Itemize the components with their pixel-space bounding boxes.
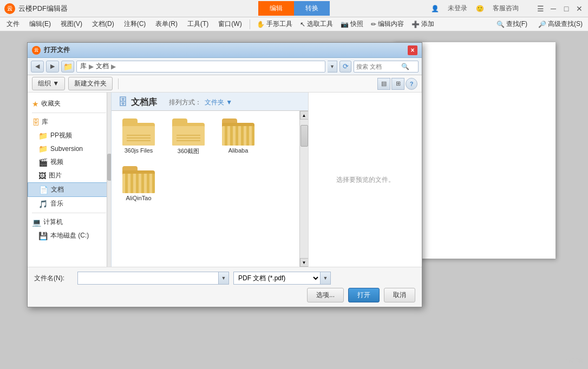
address-dropdown[interactable]: ▼ bbox=[328, 61, 337, 73]
open-button[interactable]: 打开 bbox=[348, 288, 380, 302]
filename-dropdown[interactable]: ▼ bbox=[218, 272, 229, 285]
filename-input[interactable] bbox=[77, 272, 218, 285]
service-label[interactable]: 客服咨询 bbox=[493, 4, 519, 13]
menu-form[interactable]: 表单(R) bbox=[151, 18, 182, 30]
dialog-logo: 云 bbox=[32, 46, 41, 55]
view-list-button[interactable]: ▤ bbox=[377, 78, 390, 90]
sidebar-item-local-disk[interactable]: 💾 本地磁盘 (C:) bbox=[28, 229, 110, 242]
close-button[interactable]: ✕ bbox=[575, 4, 584, 13]
video-label: 视频 bbox=[50, 157, 63, 167]
folder-icon-360js bbox=[122, 118, 155, 146]
library-icon: 🗄 bbox=[32, 118, 40, 127]
toolbar-separator bbox=[250, 19, 250, 29]
menu-icon[interactable]: ☰ bbox=[536, 4, 545, 13]
menu-window[interactable]: 窗口(W) bbox=[214, 18, 246, 30]
sidebar-item-pictures[interactable]: 🖼 图片 bbox=[28, 169, 110, 182]
file-label-360js: 360js Files bbox=[125, 147, 153, 154]
scrollbar-up-button[interactable]: ▲ bbox=[300, 111, 309, 120]
sidebar-scrollbar[interactable] bbox=[107, 93, 111, 267]
star-icon: ★ bbox=[32, 100, 39, 108]
view-icons-button[interactable]: ⊞ bbox=[391, 78, 404, 90]
path-sep-2: ▶ bbox=[111, 63, 116, 70]
search-input[interactable] bbox=[356, 63, 400, 70]
add-tool[interactable]: ➕ 添加 bbox=[408, 18, 437, 30]
file-item-360screenshot[interactable]: 360截图 bbox=[167, 116, 210, 157]
forward-button[interactable]: ▶ bbox=[46, 61, 59, 73]
app-logo: 云 bbox=[4, 3, 15, 14]
sidebar-item-documents[interactable]: 📄 文档 bbox=[28, 182, 110, 197]
maximize-button[interactable]: □ bbox=[562, 4, 571, 13]
sort-value[interactable]: 文件夹 ▼ bbox=[205, 98, 232, 107]
file-item-aliqintao[interactable]: AliQinTao bbox=[117, 164, 160, 203]
drive-icon: 💾 bbox=[38, 232, 48, 240]
menu-edit[interactable]: 编辑(E) bbox=[25, 18, 55, 30]
music-label: 音乐 bbox=[50, 199, 63, 208]
sidebar-content: ★ 收藏夹 🗄 库 📁 PP视频 bbox=[28, 93, 111, 249]
sidebar-item-video[interactable]: 🎬 视频 bbox=[28, 155, 110, 169]
tab-edit[interactable]: 编辑 bbox=[258, 1, 294, 16]
advanced-find-tool[interactable]: 🔎 高级查找(S) bbox=[535, 18, 586, 30]
files-scroll-area: 360js Files bbox=[112, 111, 308, 267]
menu-file[interactable]: 文件 bbox=[2, 18, 24, 30]
find-icon: 🔍 bbox=[496, 21, 505, 28]
sidebar-item-music[interactable]: 🎵 音乐 bbox=[28, 197, 110, 210]
user-label[interactable]: 未登录 bbox=[448, 4, 467, 13]
subversion-label: Subversion bbox=[50, 145, 83, 153]
file-scrollbar[interactable]: ▲ ▼ bbox=[299, 111, 308, 267]
view-buttons: ▤ ⊞ ? bbox=[377, 78, 417, 90]
address-path[interactable]: 库 ▶ 文档 ▶ bbox=[76, 61, 325, 73]
library-header[interactable]: 🗄 库 bbox=[28, 115, 110, 129]
video-icon: 🎬 bbox=[38, 158, 48, 167]
app-title: 云楼PDF编辑器 bbox=[18, 4, 68, 14]
new-folder-button[interactable]: 新建文件夹 bbox=[68, 77, 113, 90]
dialog-close-button[interactable]: × bbox=[408, 45, 417, 55]
filetype-select-wrap: PDF 文档 (*.pdf) ▼ bbox=[233, 272, 331, 285]
scrollbar-thumb[interactable] bbox=[300, 125, 308, 147]
open-file-dialog: 云 打开文件 × ◀ ▶ 📁 库 ▶ 文档 ▶ ▼ ⟳ 🔍 组织 ▼ bbox=[27, 42, 422, 307]
music-icon: 🎵 bbox=[38, 200, 48, 208]
sidebar-item-subversion[interactable]: 📁 Subversion bbox=[28, 142, 110, 155]
edit-content-tool[interactable]: ✏ 编辑内容 bbox=[368, 18, 407, 30]
library-big-icon: 🗄 bbox=[118, 97, 128, 108]
filetype-select[interactable]: PDF 文档 (*.pdf) bbox=[233, 272, 320, 285]
minimize-button[interactable]: ─ bbox=[549, 4, 558, 13]
file-label-360screenshot: 360截图 bbox=[178, 147, 199, 155]
cancel-button[interactable]: 取消 bbox=[384, 288, 415, 302]
title-bar: 云 云楼PDF编辑器 编辑 转换 👤 未登录 🙂 客服咨询 ☰ ─ □ ✕ bbox=[0, 0, 588, 17]
filetype-dropdown[interactable]: ▼ bbox=[320, 272, 331, 285]
file-label-aliqintao: AliQinTao bbox=[126, 195, 151, 201]
pictures-icon: 🖼 bbox=[38, 172, 46, 180]
dialog-body: ★ 收藏夹 🗄 库 📁 PP视频 bbox=[28, 93, 422, 267]
up-button[interactable]: 📁 bbox=[61, 61, 74, 73]
find-tool[interactable]: 🔍 查找(F) bbox=[493, 18, 531, 30]
sidebar-item-ppvideo[interactable]: 📁 PP视频 bbox=[28, 129, 110, 142]
computer-header[interactable]: 💻 计算机 bbox=[28, 215, 110, 229]
menu-comment[interactable]: 注释(C) bbox=[120, 18, 151, 30]
path-segment-library[interactable]: 库 bbox=[80, 62, 87, 71]
hand-tool[interactable]: ✋ 手形工具 bbox=[253, 18, 296, 30]
organize-button[interactable]: 组织 ▼ bbox=[32, 77, 65, 90]
file-item-360js[interactable]: 360js Files bbox=[117, 116, 160, 157]
add-icon: ➕ bbox=[411, 21, 420, 28]
sidebar-sep-2 bbox=[32, 213, 106, 213]
path-segment-documents[interactable]: 文档 bbox=[96, 62, 109, 71]
dialog-title: 打开文件 bbox=[44, 45, 70, 55]
menu-document[interactable]: 文档(D) bbox=[88, 18, 119, 30]
menu-view[interactable]: 视图(V) bbox=[56, 18, 87, 30]
options-button[interactable]: 选项... bbox=[307, 288, 344, 302]
select-tool[interactable]: ↖ 选取工具 bbox=[297, 18, 336, 30]
library-label: 库 bbox=[42, 117, 48, 127]
tab-convert[interactable]: 转换 bbox=[294, 1, 330, 16]
help-button[interactable]: ? bbox=[406, 78, 417, 90]
watermark: KKT载 bbox=[565, 357, 583, 365]
filename-row: 文件名(N): ▼ PDF 文档 (*.pdf) ▼ bbox=[34, 272, 415, 285]
scrollbar-down-button[interactable]: ▼ bbox=[300, 258, 309, 267]
refresh-button[interactable]: ⟳ bbox=[339, 61, 351, 73]
ppvideo-icon: 📁 bbox=[38, 131, 48, 140]
favorites-header[interactable]: ★ 收藏夹 bbox=[28, 97, 110, 110]
menu-tools[interactable]: 工具(T) bbox=[183, 18, 213, 30]
snapshot-tool[interactable]: 📷 快照 bbox=[337, 18, 367, 30]
back-button[interactable]: ◀ bbox=[31, 61, 44, 73]
file-item-alibaba[interactable]: Alibaba bbox=[217, 116, 260, 157]
window-controls: ☰ ─ □ ✕ bbox=[536, 4, 584, 13]
